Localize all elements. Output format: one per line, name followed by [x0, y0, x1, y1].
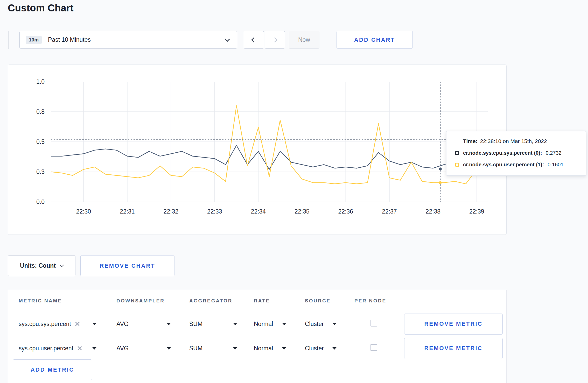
chart-tooltip: Time:22:38:10 on Mar 15th, 2022 cr.node.… — [446, 131, 586, 176]
aggregator-select[interactable]: SUM — [189, 345, 237, 352]
chevron-right-icon — [272, 37, 277, 42]
x-axis-tick: 22:31 — [120, 208, 135, 215]
downsampler-select[interactable]: AVG — [116, 321, 171, 328]
per-node-checkbox[interactable] — [370, 320, 377, 327]
metric-row: sys.cpu.sys.percent AVG SUM Normal Clust… — [8, 312, 506, 336]
x-axis-tick: 22:38 — [426, 208, 441, 215]
aggregator-value: SUM — [189, 345, 202, 352]
caret-down-icon — [92, 323, 96, 325]
aggregator-value: SUM — [189, 321, 202, 328]
clear-metric-icon[interactable] — [75, 321, 80, 327]
units-dropdown[interactable]: Units: Count — [8, 255, 75, 276]
tooltip-series-row: cr.node.sys.cpu.sys.percent (0): 0.2732 — [455, 150, 577, 156]
metric-name-select[interactable]: sys.cpu.user.percent — [19, 345, 96, 352]
metrics-table: METRIC NAME DOWNSAMPLER AGGREGATOR RATE … — [8, 290, 507, 383]
source-value: Cluster — [305, 321, 324, 328]
metric-name-select[interactable]: sys.cpu.sys.percent — [19, 321, 96, 328]
aggregator-select[interactable]: SUM — [189, 321, 237, 328]
next-range-button[interactable] — [265, 31, 285, 49]
caret-down-icon — [233, 323, 237, 325]
rate-select[interactable]: Normal — [254, 321, 286, 328]
add-metric-button[interactable]: ADD METRIC — [13, 359, 92, 380]
tooltip-series-label: cr.node.sys.cpu.sys.percent (0): — [463, 150, 542, 156]
downsampler-value: AVG — [116, 345, 129, 352]
column-header-downsampler: DOWNSAMPLER — [116, 298, 189, 304]
series-swatch-icon — [455, 163, 459, 167]
x-axis-tick: 22:30 — [76, 208, 91, 215]
rate-select[interactable]: Normal — [254, 345, 286, 352]
column-header-aggregator: AGGREGATOR — [189, 298, 254, 304]
tooltip-series-row: cr.node.sys.cpu.user.percent (1): 0.1601 — [455, 162, 577, 168]
per-node-checkbox[interactable] — [370, 344, 377, 351]
metric-row: sys.cpu.user.percent AVG SUM Normal Clus… — [8, 336, 506, 360]
x-axis-tick: 22:33 — [207, 208, 222, 215]
page-title: Custom Chart — [8, 3, 74, 14]
rate-value: Normal — [254, 321, 273, 328]
chart-card: 0.00.30.50.81.0 22:3022:3122:3222:3322:3… — [8, 65, 507, 235]
clear-metric-icon[interactable] — [77, 346, 82, 351]
series-swatch-icon — [455, 151, 459, 155]
tooltip-series-value: 0.2732 — [546, 150, 562, 156]
x-axis-tick: 22:34 — [251, 208, 266, 215]
units-label: Units: Count — [20, 262, 56, 269]
chevron-left-icon — [251, 37, 256, 42]
metric-name-value: sys.cpu.user.percent — [19, 345, 73, 352]
y-axis-tick: 0.3 — [22, 168, 45, 175]
add-chart-button[interactable]: ADD CHART — [337, 31, 413, 49]
time-range-dropdown[interactable]: 10m Past 10 Minutes — [19, 31, 237, 49]
chevron-down-icon — [225, 37, 230, 42]
tooltip-time-label: Time: — [463, 138, 478, 144]
prev-range-button[interactable] — [244, 31, 264, 49]
tooltip-time-row: Time:22:38:10 on Mar 15th, 2022 — [463, 138, 577, 144]
caret-down-icon — [332, 323, 337, 325]
metric-name-value: sys.cpu.sys.percent — [19, 321, 71, 328]
x-axis-tick: 22:37 — [382, 208, 397, 215]
downsampler-select[interactable]: AVG — [116, 345, 171, 352]
x-axis-tick: 22:39 — [469, 208, 484, 215]
metrics-table-header: METRIC NAME DOWNSAMPLER AGGREGATOR RATE … — [8, 290, 506, 312]
y-axis-tick: 0.0 — [22, 198, 45, 205]
now-button[interactable]: Now — [289, 31, 319, 49]
tooltip-series-label: cr.node.sys.cpu.user.percent (1): — [463, 162, 544, 168]
chart-plot-area[interactable]: 0.00.30.50.81.0 22:3022:3122:3222:3322:3… — [51, 82, 488, 202]
time-range-badge: 10m — [26, 36, 42, 44]
source-value: Cluster — [305, 345, 324, 352]
source-select[interactable]: Cluster — [305, 345, 337, 352]
remove-metric-button[interactable]: REMOVE METRIC — [404, 338, 503, 359]
y-axis-tick: 1.0 — [22, 78, 45, 85]
remove-metric-button[interactable]: REMOVE METRIC — [404, 314, 503, 335]
column-header-metric-name: METRIC NAME — [19, 298, 116, 304]
caret-down-icon — [167, 347, 171, 350]
column-header-rate: RATE — [254, 298, 305, 304]
chevron-down-icon — [60, 263, 64, 267]
caret-down-icon — [282, 323, 286, 325]
y-axis-tick: 0.5 — [22, 138, 45, 145]
tooltip-series-value: 0.1601 — [548, 162, 563, 168]
caret-down-icon — [332, 347, 337, 350]
column-header-source: SOURCE — [305, 298, 354, 304]
source-select[interactable]: Cluster — [305, 321, 337, 328]
tooltip-time-value: 22:38:10 on Mar 15th, 2022 — [480, 138, 547, 144]
time-range-label: Past 10 Minutes — [48, 36, 226, 43]
line-chart — [51, 82, 488, 202]
caret-down-icon — [92, 347, 96, 350]
x-axis-tick: 22:32 — [164, 208, 179, 215]
remove-chart-button[interactable]: REMOVE CHART — [80, 255, 174, 276]
rate-value: Normal — [254, 345, 273, 352]
x-axis-tick: 22:36 — [338, 208, 353, 215]
caret-down-icon — [282, 347, 286, 350]
caret-down-icon — [167, 323, 171, 325]
x-axis-tick: 22:35 — [295, 208, 310, 215]
toolbar-divider — [8, 31, 9, 49]
column-header-per-node: PER NODE — [354, 298, 404, 304]
y-axis-tick: 0.8 — [22, 108, 45, 115]
downsampler-value: AVG — [116, 321, 129, 328]
caret-down-icon — [233, 347, 237, 350]
